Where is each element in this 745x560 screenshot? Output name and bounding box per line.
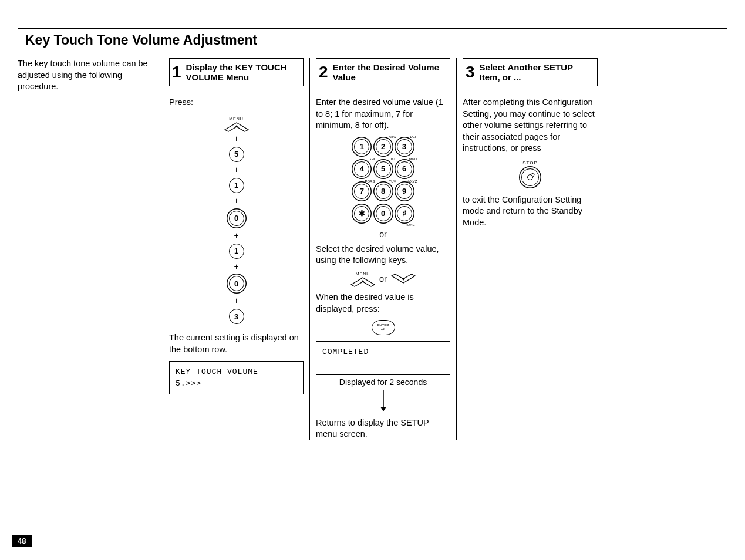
select-instruction: Select the desired volume value, using t… — [316, 244, 450, 266]
plus-icon: + — [169, 164, 304, 176]
down-arrow-icon — [390, 274, 416, 284]
keypad-star: ✱ — [354, 206, 369, 221]
plus-icon: + — [169, 261, 304, 272]
key-0: 0 — [229, 211, 244, 226]
plus-icon: + — [169, 230, 304, 241]
enter-arrow-icon: ↵ — [381, 328, 385, 332]
keypad-5: 5JKL — [376, 161, 391, 177]
step-2-column: 2 Enter the Desired Volume Value Enter t… — [310, 58, 457, 440]
stop-key — [521, 168, 539, 186]
menu-key-label: MENU — [224, 116, 250, 122]
lcd-completed: COMPLETED — [316, 341, 450, 375]
step-1-header: 1 Display the KEY TOUCH VOLUME Menu — [169, 58, 304, 86]
step-1-title: Display the KEY TOUCH VOLUME Menu — [186, 62, 301, 83]
step-1-column: 1 Display the KEY TOUCH VOLUME Menu Pres… — [163, 58, 310, 440]
plus-icon: + — [169, 195, 304, 207]
up-arrow-icon — [350, 276, 376, 287]
when-instruction: When the desired value is displayed, pre… — [316, 292, 450, 315]
enter-key: ENTER ↵ — [372, 320, 395, 335]
keypad-7: 7PQRS — [354, 184, 369, 199]
plus-icon: + — [169, 295, 304, 306]
numeric-keypad: 1 2ABC 3DEF 4GHI 5JKL 6MNO 7PQRS 8TUV 9W… — [316, 136, 450, 224]
keypad-1: 1 — [354, 139, 369, 154]
keypad-4: 4GHI — [354, 161, 369, 177]
or-label-2: or — [379, 274, 387, 285]
step-1-number: 1 — [172, 64, 181, 80]
menu-up-key: MENU — [350, 271, 376, 287]
menu-label-small: MENU — [350, 271, 376, 276]
menu-up-icon — [224, 122, 250, 132]
displayed-2s-label: Displayed for 2 seconds — [316, 377, 450, 388]
lcd-line-2: 5.>>> — [176, 378, 297, 390]
lcd-display-1: KEY TOUCH VOLUME 5.>>> — [169, 361, 304, 394]
keypad-3: 3DEF — [397, 139, 412, 154]
returns-label: Returns to display the SETUP menu screen… — [316, 417, 450, 440]
keypad-0: 0 — [376, 206, 391, 221]
down-key — [390, 274, 416, 284]
intro-paragraph: The key touch tone volume can be adjuste… — [18, 58, 159, 440]
steps-container: 1 Display the KEY TOUCH VOLUME Menu Pres… — [163, 58, 727, 440]
step-3-para-2: to exit the Configuration Setting mode a… — [463, 194, 598, 229]
enter-key-block: ENTER ↵ — [316, 318, 450, 335]
step-3-column: 3 Select Another SETUP Item, or ... Afte… — [457, 58, 604, 440]
step-3-para-1: After completing this Configuration Sett… — [463, 97, 598, 154]
keypad-6: 6MNO — [397, 161, 412, 177]
plus-icon: + — [169, 133, 304, 144]
stop-icon — [527, 174, 533, 180]
page-number: 48 — [12, 535, 32, 547]
keypad-8: 8TUV — [376, 184, 391, 199]
step-3-header: 3 Select Another SETUP Item, or ... — [463, 58, 598, 86]
press-label: Press: — [169, 97, 304, 109]
keypad-hash: ♯TONE — [397, 206, 412, 221]
key-1: 1 — [229, 178, 244, 193]
section-title: Key Touch Tone Volume Adjustment — [25, 32, 720, 48]
key-1: 1 — [229, 244, 244, 259]
key-sequence: MENU + 5 + 1 + 0 + 1 + 0 + 3 — [169, 112, 304, 326]
or-label-1: or — [316, 229, 450, 240]
keypad-2: 2ABC — [376, 139, 391, 154]
lcd-line-1: KEY TOUCH VOLUME — [176, 366, 297, 378]
menu-key: MENU — [224, 116, 250, 132]
keypad-9: 9WXYZ — [397, 184, 412, 199]
flow-arrow-down-icon — [316, 390, 450, 415]
stop-key-block: STOP — [463, 160, 598, 186]
step-2-instruction: Enter the desired volume value (1 to 8; … — [316, 97, 450, 131]
arrow-keys-row: MENU or — [316, 271, 450, 287]
step-1-note: The current setting is displayed on the … — [169, 332, 304, 355]
section-title-bar: Key Touch Tone Volume Adjustment — [18, 28, 727, 52]
step-2-title: Enter the Desired Volume Value — [333, 62, 447, 83]
key-5: 5 — [229, 147, 244, 162]
step-2-number: 2 — [319, 64, 328, 80]
step-2-header: 2 Enter the Desired Volume Value — [316, 58, 450, 86]
content-row: The key touch tone volume can be adjuste… — [18, 58, 727, 440]
stop-key-label: STOP — [463, 160, 598, 167]
key-0: 0 — [229, 276, 244, 291]
step-3-number: 3 — [466, 64, 475, 80]
step-3-title: Select Another SETUP Item, or ... — [480, 62, 595, 83]
lcd-completed-text: COMPLETED — [322, 346, 444, 358]
key-3: 3 — [229, 309, 244, 324]
